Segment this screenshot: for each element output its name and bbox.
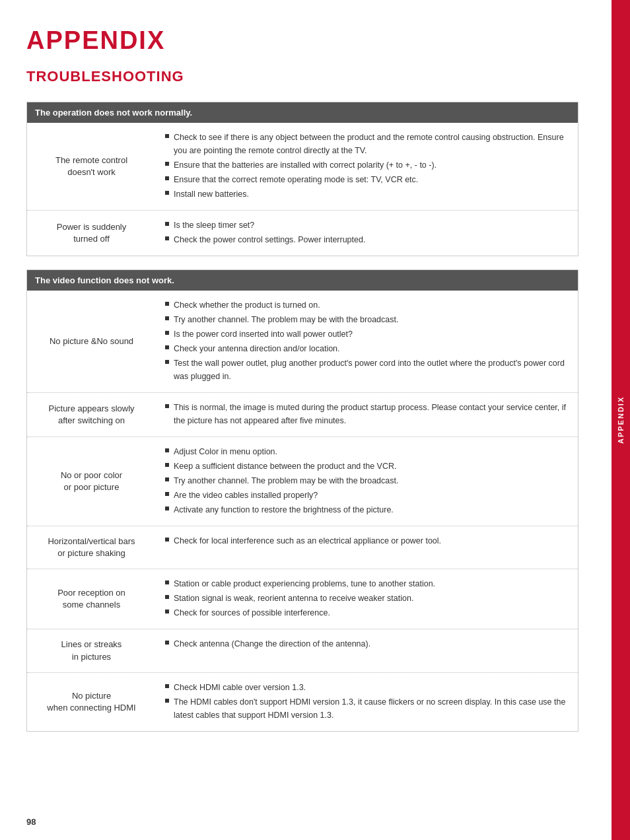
bullet-item: Station or cable product experiencing pr… (165, 577, 569, 590)
table1-header: The operation does not work normally. (27, 102, 578, 123)
bullet-item: Activate any function to restore the bri… (165, 503, 569, 516)
appendix-title: APPENDIX (26, 26, 578, 55)
bullet-icon (165, 162, 169, 166)
bullet-icon (165, 699, 169, 703)
bullet-text: Check to see if there is any object betw… (174, 131, 569, 157)
row-label: Horizontal/vertical bars or picture shak… (27, 526, 156, 569)
table-row: Power is suddenly turned offIs the sleep… (27, 210, 578, 256)
bullet-item: Try another channel. The problem may be … (165, 474, 569, 487)
bullet-icon (165, 345, 169, 349)
bullet-icon (165, 176, 169, 180)
row-content: Check whether the product is turned on.T… (156, 291, 578, 392)
bullet-text: Check your antenna direction and/or loca… (174, 342, 340, 355)
bullet-item: Test the wall power outlet, plug another… (165, 357, 569, 383)
page-container: APPENDIX TROUBLESHOOTING The operation d… (0, 0, 630, 840)
bullet-text: The HDMI cables don't support HDMI versi… (174, 695, 569, 722)
bullet-item: Check whether the product is turned on. (165, 298, 569, 312)
page-number: 98 (26, 817, 36, 827)
main-content: APPENDIX TROUBLESHOOTING The operation d… (0, 0, 612, 840)
bullet-text: Check for sources of possible interferen… (174, 606, 330, 619)
bullet-item: Ensure that the batteries are installed … (165, 158, 569, 172)
bullet-icon (165, 404, 169, 408)
bullet-text: Station signal is weak, reorient antenna… (174, 592, 413, 605)
bullet-item: Station signal is weak, reorient antenna… (165, 592, 569, 605)
row-label: Power is suddenly turned off (27, 211, 156, 256)
bullet-item: Check for local interference such as an … (165, 534, 569, 547)
bullet-text: Try another channel. The problem may be … (174, 474, 398, 487)
bullet-item: Keep a sufficient distance between the p… (165, 460, 569, 473)
bullet-icon (165, 134, 169, 138)
bullet-item: The HDMI cables don't support HDMI versi… (165, 695, 569, 722)
bullet-text: Ensure that the batteries are installed … (174, 158, 437, 172)
bullet-text: Install new batteries. (174, 188, 249, 201)
bullet-icon (165, 316, 169, 320)
bullet-text: Test the wall power outlet, plug another… (174, 357, 569, 383)
bullet-icon (165, 302, 169, 306)
bullet-text: Keep a sufficient distance between the p… (174, 460, 397, 473)
bullet-text: Check whether the product is turned on. (174, 298, 320, 312)
table-row: Picture appears slowly after switching o… (27, 392, 578, 437)
bullet-text: Adjust Color in menu option. (174, 445, 277, 458)
row-label: Lines or streaks in pictures (27, 629, 156, 672)
row-label: No picture &No sound (27, 291, 156, 392)
bullet-text: Check for local interference such as an … (174, 534, 441, 547)
bullet-text: Is the sleep timer set? (174, 219, 254, 232)
table-video: The video function does not work. No pic… (26, 269, 578, 732)
bullet-text: Try another channel. The problem may be … (174, 313, 398, 326)
row-label: No picture when connecting HDMI (27, 673, 156, 731)
bullet-item: Adjust Color in menu option. (165, 445, 569, 458)
bullet-text: Check HDMI cable over version 1.3. (174, 681, 306, 694)
bullet-text: Are the video cables installed properly? (174, 489, 318, 502)
bullet-icon (165, 331, 169, 335)
bullet-item: Check the power control settings. Power … (165, 233, 569, 246)
row-content: Check for local interference such as an … (156, 526, 578, 569)
bullet-icon (165, 360, 169, 364)
bullet-text: Check antenna (Change the direction of t… (174, 637, 370, 650)
table-row: No picture when connecting HDMICheck HDM… (27, 672, 578, 731)
bullet-item: Check HDMI cable over version 1.3. (165, 681, 569, 694)
bullet-icon (165, 595, 169, 599)
row-label: Picture appears slowly after switching o… (27, 393, 156, 437)
bullet-icon (165, 463, 169, 467)
section-title: TROUBLESHOOTING (26, 68, 578, 85)
table-operation: The operation does not work normally. Th… (26, 102, 578, 256)
row-content: Station or cable product experiencing pr… (156, 569, 578, 629)
bullet-text: Activate any function to restore the bri… (174, 503, 394, 516)
row-label: Poor reception on some channels (27, 569, 156, 629)
table2-header: The video function does not work. (27, 270, 578, 291)
bullet-icon (165, 492, 169, 496)
bullet-icon (165, 222, 169, 226)
row-content: Check HDMI cable over version 1.3.The HD… (156, 673, 578, 731)
bullet-item: Check for sources of possible interferen… (165, 606, 569, 619)
bullet-item: Ensure that the correct remote operating… (165, 173, 569, 186)
row-label: No or poor color or poor picture (27, 437, 156, 526)
bullet-item: Are the video cables installed properly? (165, 489, 569, 502)
bullet-icon (165, 236, 169, 240)
bullet-text: Ensure that the correct remote operating… (174, 173, 418, 186)
bullet-icon (165, 641, 169, 645)
bullet-text: Station or cable product experiencing pr… (174, 577, 435, 590)
table-row: Lines or streaks in picturesCheck antenn… (27, 629, 578, 672)
table-row: Horizontal/vertical bars or picture shak… (27, 526, 578, 569)
bullet-item: Try another channel. The problem may be … (165, 313, 569, 326)
bullet-icon (165, 610, 169, 613)
row-label: The remote control doesn't work (27, 123, 156, 210)
bullet-item: Check to see if there is any object betw… (165, 131, 569, 157)
bullet-item: Check antenna (Change the direction of t… (165, 637, 569, 650)
row-content: Check antenna (Change the direction of t… (156, 629, 578, 672)
bullet-icon (165, 684, 169, 688)
table-row: Poor reception on some channelsStation o… (27, 569, 578, 629)
bullet-icon (165, 538, 169, 542)
row-content: Check to see if there is any object betw… (156, 123, 578, 210)
bullet-item: Check your antenna direction and/or loca… (165, 342, 569, 355)
bullet-text: Is the power cord inserted into wall pow… (174, 328, 353, 341)
table-row: The remote control doesn't workCheck to … (27, 123, 578, 210)
row-content: Is the sleep timer set?Check the power c… (156, 211, 578, 256)
row-content: This is normal, the image is muted durin… (156, 393, 578, 437)
side-tab-label: APPENDIX (617, 396, 625, 444)
table-row: No picture &No soundCheck whether the pr… (27, 291, 578, 392)
table-row: No or poor color or poor pictureAdjust C… (27, 437, 578, 526)
bullet-text: This is normal, the image is muted durin… (174, 401, 569, 427)
bullet-icon (165, 191, 169, 195)
bullet-icon (165, 580, 169, 584)
